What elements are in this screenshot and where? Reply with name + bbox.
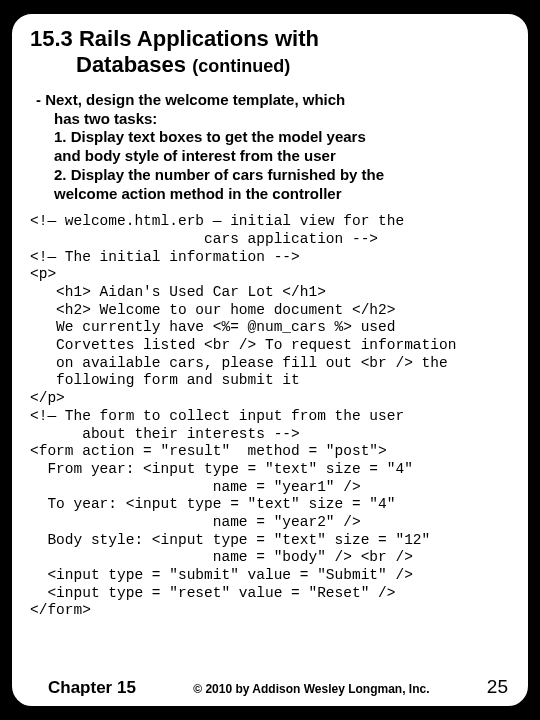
bullet-list: - Next, design the welcome template, whi… [36,91,510,204]
copyright-text: © 2010 by Addison Wesley Longman, Inc. [193,682,429,696]
bullet-1a: 1. Display text boxes to get the model y… [54,128,510,147]
bullet-intro-2: has two tasks: [54,110,510,129]
bullet-intro: - Next, design the welcome template, whi… [36,91,510,110]
slide: 15.3 Rails Applications with Databases (… [10,12,530,708]
page-number: 25 [487,676,508,698]
bullet-2a: 2. Display the number of cars furnished … [54,166,510,185]
bullet-1b: and body style of interest from the user [54,147,510,166]
bullet-2b: welcome action method in the controller [54,185,510,204]
title-line-1: 15.3 Rails Applications with [30,26,510,52]
code-block: <!— welcome.html.erb — initial view for … [30,213,510,672]
footer: Chapter 15 © 2010 by Addison Wesley Long… [30,672,510,698]
title-line-2: Databases (continued) [76,52,510,78]
slide-title: 15.3 Rails Applications with Databases (… [30,26,510,79]
chapter-label: Chapter 15 [48,678,136,698]
